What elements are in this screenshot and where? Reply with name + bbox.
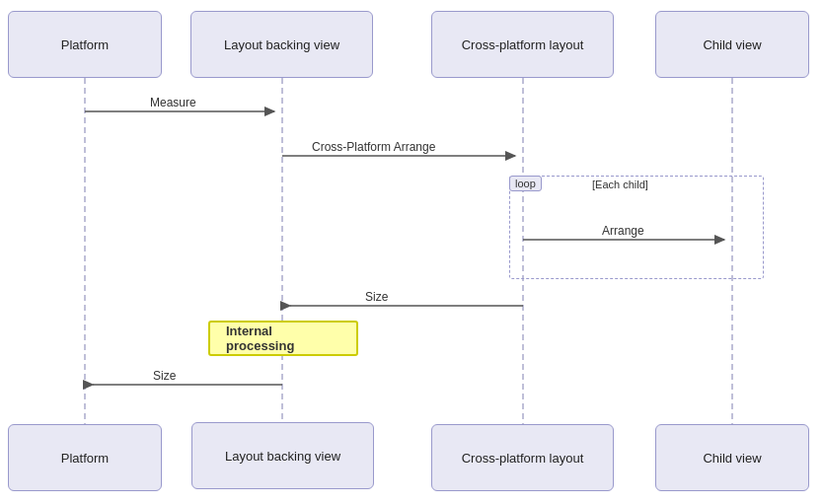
size-from-layout-label: Size — [365, 290, 388, 304]
sequence-diagram: Platform Layout backing view Cross-platf… — [0, 0, 823, 504]
loop-label: loop — [509, 176, 542, 191]
cross-platform-arrange-label: Cross-Platform Arrange — [312, 140, 435, 154]
actor-cross-platform-bottom: Cross-platform layout — [431, 424, 614, 491]
actor-child-view-bottom: Child view — [655, 424, 809, 491]
actor-layout-backing-bottom: Layout backing view — [191, 422, 374, 489]
size-from-backing-label: Size — [153, 369, 176, 383]
loop-box — [509, 176, 764, 279]
measure-label: Measure — [150, 96, 196, 109]
actor-platform-top: Platform — [8, 11, 162, 78]
actor-layout-backing-top: Layout backing view — [190, 11, 373, 78]
loop-each-label: [Each child] — [592, 179, 648, 190]
actor-child-view-top: Child view — [655, 11, 809, 78]
actor-cross-platform-top: Cross-platform layout — [431, 11, 614, 78]
actor-platform-bottom: Platform — [8, 424, 162, 491]
processing-box: Internal processing — [208, 321, 358, 356]
